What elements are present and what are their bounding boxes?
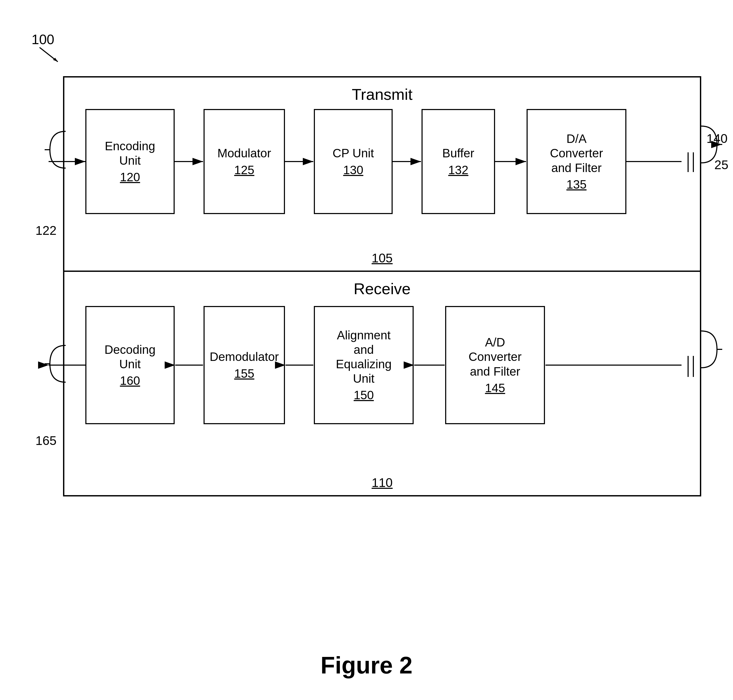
- da-unit-number: 135: [567, 177, 587, 191]
- main-box: Transmit EncodingUnit 120 Modulator 125 …: [63, 76, 701, 496]
- figure-caption: Figure 2: [0, 652, 733, 679]
- transmit-label: Transmit: [64, 85, 700, 103]
- receive-label: Receive: [64, 280, 700, 298]
- receive-output-connector: [45, 343, 71, 385]
- encoding-unit-number: 120: [120, 170, 140, 184]
- da-converter-unit: D/AConverterand Filter 135: [527, 109, 626, 214]
- decoding-unit-name: DecodingUnit: [104, 343, 156, 371]
- buffer-unit-name: Buffer: [442, 146, 474, 160]
- alignment-unit-number: 150: [354, 388, 374, 402]
- decoding-unit: DecodingUnit 160: [85, 306, 175, 424]
- alignment-unit: AlignmentandEqualizingUnit 150: [314, 306, 414, 424]
- label-122: 122: [35, 223, 56, 238]
- diagram-label-100: 100: [31, 31, 66, 66]
- decoding-unit-number: 160: [120, 374, 140, 388]
- transmit-section: Transmit EncodingUnit 120 Modulator 125 …: [64, 78, 700, 272]
- receive-section: Receive DecodingUnit 160 Demodulator 155…: [64, 272, 700, 498]
- da-unit-name: D/AConverterand Filter: [550, 132, 603, 175]
- ad-unit-number: 145: [485, 381, 505, 395]
- cp-unit-number: 130: [343, 163, 363, 177]
- label-165: 165: [35, 434, 56, 448]
- receive-input-connector: [696, 328, 722, 371]
- buffer-unit-number: 132: [448, 163, 469, 177]
- demodulator-unit-name: Demodulator: [210, 350, 279, 364]
- bus-label-110: 110: [372, 475, 393, 490]
- diagram-container: 100 Transmit EncodingUnit 120 Modulator …: [21, 31, 712, 609]
- modulator-unit-number: 125: [234, 163, 254, 177]
- bus-label-105: 105: [372, 251, 393, 265]
- encoding-unit-name: EncodingUnit: [105, 139, 155, 168]
- transmit-input-connector: [45, 129, 71, 171]
- buffer-unit: Buffer 132: [422, 109, 495, 214]
- modulator-unit-name: Modulator: [217, 146, 271, 160]
- cp-unit: CP Unit 130: [314, 109, 393, 214]
- demodulator-unit: Demodulator 155: [204, 306, 285, 424]
- modulator-unit: Modulator 125: [204, 109, 285, 214]
- ad-converter-unit: A/DConverterand Filter 145: [445, 306, 545, 424]
- transmit-output-connector: [696, 124, 722, 165]
- ad-unit-name: A/DConverterand Filter: [469, 335, 521, 379]
- cp-unit-name: CP Unit: [332, 146, 374, 160]
- alignment-unit-name: AlignmentandEqualizingUnit: [336, 328, 392, 386]
- encoding-unit: EncodingUnit 120: [85, 109, 175, 214]
- demodulator-unit-number: 155: [234, 366, 254, 381]
